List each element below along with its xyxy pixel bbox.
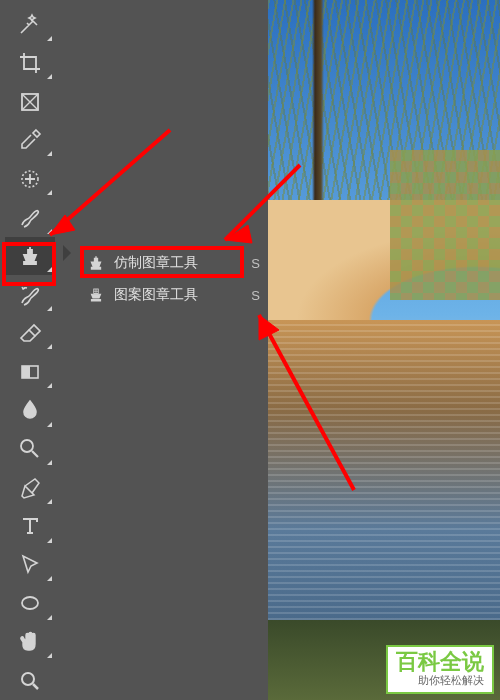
pen-tool[interactable]: [5, 468, 55, 507]
frame-tool[interactable]: [5, 82, 55, 121]
hand-tool[interactable]: [5, 623, 55, 662]
dodge-tool[interactable]: [5, 430, 55, 469]
pattern-stamp-menu-item[interactable]: 图案图章工具 S: [78, 279, 268, 311]
path-selection-tool[interactable]: [5, 546, 55, 585]
svg-rect-3: [22, 366, 30, 378]
pattern-stamp-shortcut: S: [251, 288, 260, 303]
zoom-tool[interactable]: [5, 661, 55, 700]
flyout-pointer: [63, 245, 71, 261]
eraser-tool[interactable]: [5, 314, 55, 353]
pattern-stamp-label: 图案图章工具: [114, 286, 251, 304]
photo-background: [268, 0, 500, 700]
clone-stamp-shortcut: S: [251, 256, 260, 271]
brush-tool[interactable]: [5, 198, 55, 237]
type-tool[interactable]: [5, 507, 55, 546]
clone-stamp-menu-item[interactable]: 仿制图章工具 S: [78, 247, 268, 279]
photo-pixelated-region: [390, 150, 500, 300]
watermark-badge: 百科全说 助你轻松解决: [386, 645, 494, 694]
eyedropper-tool[interactable]: [5, 121, 55, 160]
svg-point-4: [21, 440, 33, 452]
svg-marker-11: [225, 225, 252, 243]
svg-point-6: [22, 673, 34, 685]
history-brush-tool[interactable]: [5, 275, 55, 314]
watermark-main: 百科全说: [396, 651, 484, 673]
document-canvas[interactable]: [268, 0, 500, 700]
magic-wand-tool[interactable]: [5, 5, 55, 44]
crop-tool[interactable]: [5, 44, 55, 83]
blur-tool[interactable]: [5, 391, 55, 430]
tools-panel: [0, 0, 60, 700]
watermark-sub: 助你轻松解决: [418, 673, 484, 688]
pattern-stamp-icon: [86, 285, 106, 305]
gradient-tool[interactable]: [5, 352, 55, 391]
healing-brush-tool[interactable]: [5, 159, 55, 198]
ellipse-tool[interactable]: [5, 584, 55, 623]
clone-stamp-icon: [86, 253, 106, 273]
stamp-tool-flyout: 仿制图章工具 S 图案图章工具 S: [78, 247, 268, 311]
photo-water: [268, 320, 500, 620]
clone-stamp-label: 仿制图章工具: [114, 254, 251, 272]
svg-point-5: [22, 597, 38, 609]
svg-line-8: [50, 130, 170, 235]
clone-stamp-tool[interactable]: [5, 237, 55, 276]
